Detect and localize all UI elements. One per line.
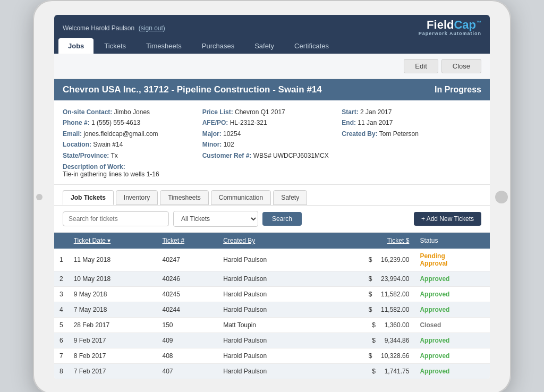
cell-ticket-num: 407 [157,363,218,379]
add-tickets-button[interactable]: + Add New Tickets [414,212,481,226]
cell-date: 7 Feb 2017 [69,363,157,379]
table-header-row: Ticket Date ▾ Ticket # Created By Ticket… [54,233,490,249]
customer-ref-label: Customer Ref #: [202,152,252,159]
search-button[interactable]: Search [262,212,302,226]
created-by-label: Created By: [342,130,377,138]
minor-value: 102 [224,141,234,148]
sub-tab-safety[interactable]: Safety [273,190,307,205]
nav-tab-tickets[interactable]: Tickets [95,38,135,54]
sign-out-link[interactable]: (sign out) [139,24,165,32]
nav-tabs: Jobs Tickets Timesheets Purchases Safety… [54,38,490,54]
nav-tab-timesheets[interactable]: Timesheets [137,38,191,54]
nav-tab-safety[interactable]: Safety [245,38,284,54]
tablet-left-button[interactable] [36,194,42,200]
logo-subtitle: Paperwork Automation [419,31,481,36]
app-header: Welcome Harold Paulson (sign out) FieldC… [54,15,490,54]
cell-created-by: Harold Paulson [218,363,319,379]
cell-row-num: 8 [54,363,69,379]
th-ticket-date[interactable]: Ticket Date ▾ [69,233,157,249]
welcome-area: Welcome Harold Paulson (sign out) [63,24,165,32]
minor-line: Minor: 102 [202,139,337,150]
email-label: Email: [63,130,82,138]
status-badge: Approved [420,368,449,375]
cell-ticket-num: 40246 [157,271,218,286]
status-badge: PendingApproval [420,252,447,267]
cell-amount: $ 23,994.00 [319,271,414,286]
th-ticket-num[interactable]: Ticket # [157,233,218,249]
cell-created-by: Harold Paulson [218,249,319,271]
tablet-right-button[interactable] [495,191,508,203]
close-button[interactable]: Close [441,59,481,73]
cell-status: Approved [414,286,490,302]
cell-amount: $ 9,344.86 [319,333,414,348]
desc-value: Tie-in gathering lines to wells 1-16 [63,171,159,178]
location-value: Swain #14 [93,141,123,148]
th-ticket-amount[interactable]: Ticket $ [319,233,414,249]
sub-tab-job-tickets[interactable]: Job Tickets [63,190,114,205]
cell-amount: $ 16,239.00 [319,249,414,271]
nav-tab-certificates[interactable]: Certificates [285,38,338,54]
state-line: State/Province: Tx [63,150,197,161]
cell-date: 9 May 2018 [69,286,157,302]
cell-row-num: 6 [54,333,69,348]
table-row[interactable]: 4 7 May 2018 40244 Harold Paulson $ 11,5… [54,302,490,317]
on-site-contact-label: On-site Contact: [63,108,112,116]
cell-date: 8 Feb 2017 [69,348,157,363]
end-label: End: [342,119,356,126]
status-badge: Approved [420,337,449,344]
table-row[interactable]: 7 8 Feb 2017 408 Harold Paulson $ 10,328… [54,348,490,363]
cell-date: 9 Feb 2017 [69,333,157,348]
cell-ticket-num: 40247 [157,249,218,271]
edit-button[interactable]: Edit [404,59,438,73]
location-line: Location: Swain #14 [63,139,197,150]
logo-area: FieldCap™ Paperwork Automation [419,19,481,36]
sub-tab-inventory[interactable]: Inventory [116,190,158,205]
table-row[interactable]: 5 28 Feb 2017 150 Matt Toupin $ 1,360.00… [54,317,490,333]
action-bar: Edit Close [54,54,490,79]
detail-col-2: Price List: Chevron Q1 2017 AFE/PO: HL-2… [202,107,342,161]
search-input[interactable] [63,211,169,226]
end-line: End: 11 Jan 2017 [342,117,476,128]
cell-ticket-num: 409 [157,333,218,348]
table-row[interactable]: 8 7 Feb 2017 407 Harold Paulson $ 1,741.… [54,363,490,379]
logo-field: Field [427,18,454,31]
on-site-contact-value: Jimbo Jones [114,108,150,116]
job-title: Chevron USA Inc., 31712 - Pipeline Const… [63,84,322,95]
desc-label: Description of Work: [63,163,125,171]
welcome-text: Welcome Harold Paulson [63,24,134,32]
cell-row-num: 1 [54,249,69,271]
nav-tab-jobs[interactable]: Jobs [58,38,94,54]
sub-tab-timesheets[interactable]: Timesheets [160,190,209,205]
header-top: Welcome Harold Paulson (sign out) FieldC… [54,15,490,38]
afe-line: AFE/PO: HL-2312-321 [202,117,337,128]
afe-label: AFE/PO: [202,119,228,126]
state-value: Tx [111,152,118,159]
afe-value: HL-2312-321 [230,119,267,126]
cell-status: Closed [414,317,490,333]
cell-date: 7 May 2018 [69,302,157,317]
cell-row-num: 3 [54,286,69,302]
logo: FieldCap™ Paperwork Automation [419,19,481,36]
table-row[interactable]: 3 9 May 2018 40245 Harold Paulson $ 11,5… [54,286,490,302]
tablet-screen: Welcome Harold Paulson (sign out) FieldC… [54,15,490,379]
minor-label: Minor: [202,141,222,148]
cell-amount: $ 11,582.00 [319,286,414,302]
cell-date: 28 Feb 2017 [69,317,157,333]
cell-row-num: 5 [54,317,69,333]
phone-value: 1 (555) 555-4613 [91,119,140,126]
table-row[interactable]: 1 11 May 2018 40247 Harold Paulson $ 16,… [54,249,490,271]
table-row[interactable]: 2 10 May 2018 40246 Harold Paulson $ 23,… [54,271,490,286]
filter-select[interactable]: All Tickets Pending Approval Approved Cl… [173,211,258,227]
start-label: Start: [342,108,358,116]
nav-tab-purchases[interactable]: Purchases [192,38,244,54]
table-row[interactable]: 6 9 Feb 2017 409 Harold Paulson $ 9,344.… [54,333,490,348]
cell-status: Approved [414,333,490,348]
sub-tab-communication[interactable]: Communication [211,190,271,205]
description-block: Description of Work: Tie-in gathering li… [63,163,481,178]
th-created-by[interactable]: Created By [218,233,319,249]
cell-created-by: Harold Paulson [218,348,319,363]
price-list-label: Price List: [202,108,233,116]
cell-ticket-num: 40245 [157,286,218,302]
cell-ticket-num: 408 [157,348,218,363]
cell-created-by: Harold Paulson [218,271,319,286]
